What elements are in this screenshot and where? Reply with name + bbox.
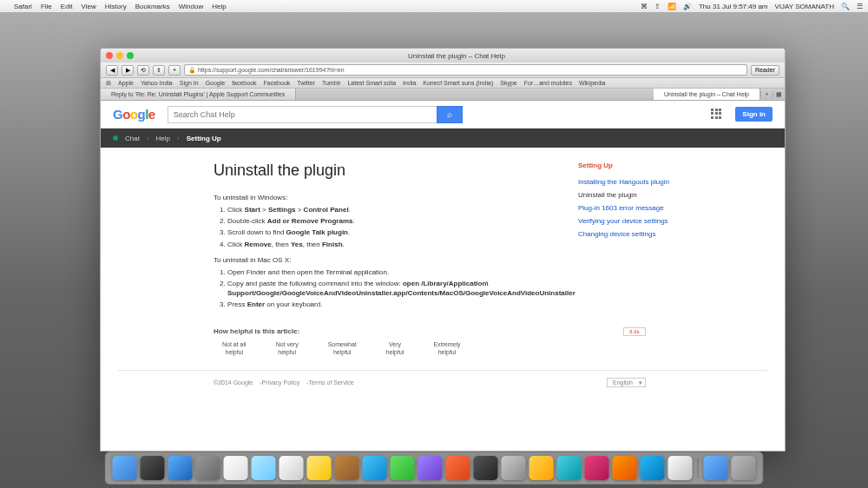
bookmark-item[interactable]: Konecf Smart suns (India) [423,80,493,86]
status-icon[interactable]: ⌘ [641,3,648,10]
refresh-button[interactable]: ⟲ [137,65,149,76]
sidebar-link[interactable]: Verifying your device settings [578,217,708,225]
dock-app[interactable] [502,456,526,480]
share-button[interactable]: ⇪ [153,65,165,76]
safari-window: Uninstall the plugin – Chat Help ◀ ▶ ⟲ ⇪… [100,48,786,452]
tab-chat-help[interactable]: Uninstall the plugin – Chat Help [654,89,760,100]
language-selector[interactable]: English [607,378,646,387]
menu-window[interactable]: Window [179,3,203,10]
volume-icon[interactable]: 🔊 [683,3,692,10]
dock-finder[interactable] [113,456,137,480]
bookmark-item[interactable]: Google [206,80,226,86]
dock-trash[interactable] [732,456,756,480]
bookmarks-icon[interactable]: ⊞ [106,80,111,87]
dock-mail[interactable] [196,456,220,480]
bookmark-item[interactable]: Latest Smart sclia [347,80,396,86]
reader-button[interactable]: Reader [751,65,779,76]
bookmark-item[interactable]: Wikipedia [579,80,605,86]
dock-app[interactable] [418,456,443,480]
dock-notes[interactable] [307,456,332,480]
signin-button[interactable]: Sign in [735,107,773,122]
menu-help[interactable]: Help [212,3,226,10]
wifi-icon[interactable]: 📶 [667,3,676,10]
tab-support-communities[interactable]: Reply to 'Re: Re: Uninstall Plugins' | A… [101,89,296,100]
search-input[interactable] [168,106,437,123]
dock-app[interactable] [446,456,470,480]
menu-history[interactable]: History [105,3,127,10]
feedback-option[interactable]: Not at allhelpful [222,340,247,356]
menu-view[interactable]: View [82,3,96,10]
minimize-button[interactable] [116,52,123,59]
windows-intro: To uninstall in Windows: [214,194,543,201]
gplus-badge[interactable]: 8.6k [623,327,646,336]
close-button[interactable] [106,52,113,59]
list-item: Scroll down to find Google Talk plugin. [227,228,543,237]
zoom-button[interactable] [127,52,134,59]
menu-edit[interactable]: Edit [61,3,73,10]
dock-app[interactable] [529,456,554,480]
dock-app[interactable] [474,456,498,480]
bookmark-item[interactable]: Yahoo India [141,80,173,86]
dock-app[interactable] [252,456,276,480]
bookmark-item[interactable]: facebook [232,80,256,86]
feedback-option[interactable]: Extremelyhelpful [433,340,460,356]
macos-dock [105,452,764,485]
feedback-option[interactable]: Somewhathelpful [328,340,357,356]
address-bar[interactable]: 🔒 https://support.google.com/chat/answer… [184,64,747,76]
dock-launchpad[interactable] [141,456,165,480]
bookmark-item[interactable]: Twitter [297,80,315,86]
dock-reminders[interactable] [335,456,359,480]
google-logo[interactable]: Google [113,107,155,122]
bookmark-item[interactable]: Apple [118,80,134,86]
dock-calendar[interactable] [279,456,304,480]
menu-bookmarks[interactable]: Bookmarks [135,3,170,10]
mac-intro: To uninstall in Mac OS X: [214,256,543,264]
bookmark-item[interactable]: Tumblr [322,80,341,86]
dock-safari[interactable] [168,456,193,480]
clock[interactable]: Thu 31 Jul 9:57:49 am [699,3,768,10]
sidebar-related: Setting Up Installing the Hangouts plugi… [578,162,708,312]
dock-preferences[interactable] [668,456,693,480]
sidebar-link[interactable]: Plug-in 1603 error message [578,204,708,212]
product-icon [113,135,118,141]
app-menu[interactable]: Safari [14,3,32,10]
google-apps-icon[interactable] [711,109,723,121]
dock-contacts[interactable] [224,456,248,480]
breadcrumb-setting[interactable]: Setting Up [187,135,221,142]
feedback-option[interactable]: Not veryhelpful [276,340,299,356]
privacy-link[interactable]: Privacy Policy [262,379,300,386]
dock-messages[interactable] [363,456,387,480]
article-title: Uninstall the plugin [214,162,543,180]
menu-extras-icon[interactable]: ☰ [857,3,863,10]
add-button[interactable]: + [168,65,181,76]
breadcrumb-help[interactable]: Help [156,135,170,142]
search-button[interactable]: ⌕ [437,106,463,123]
windows-steps: Click Start > Settings > Control Panel. … [214,205,543,249]
dock-downloads[interactable] [704,456,728,480]
status-icon[interactable]: ⇪ [654,3,661,10]
sidebar-link[interactable]: Installing the Hangouts plugin [578,178,708,186]
mac-steps: Open Finder and then open the Terminal a… [214,267,543,310]
dock-app[interactable] [557,456,582,480]
dock-itunes[interactable] [585,456,609,480]
dock-ibooks[interactable] [613,456,637,480]
feedback-option[interactable]: Veryhelpful [386,340,404,356]
sidebar-link[interactable]: Changing device settings [578,230,708,238]
user-menu[interactable]: VIJAY SOMANATH [775,3,834,10]
dock-appstore[interactable] [641,456,665,480]
bookmark-item[interactable]: Sign In [180,80,199,86]
bookmark-item[interactable]: Facebook [264,80,291,86]
new-tab-button[interactable]: + [760,91,773,97]
bookmark-item[interactable]: Skype [500,80,516,86]
forward-button[interactable]: ▶ [122,65,134,76]
window-titlebar[interactable]: Uninstall the plugin – Chat Help [101,49,785,63]
dock-facetime[interactable] [391,456,415,480]
terms-link[interactable]: Terms of Service [309,379,354,386]
bookmark-item[interactable]: For…and mobiles [524,80,572,86]
bookmark-item[interactable]: India [403,80,416,86]
spotlight-icon[interactable]: 🔍 [841,3,850,10]
breadcrumb-chat[interactable]: Chat [125,135,140,142]
back-button[interactable]: ◀ [106,65,118,76]
menu-file[interactable]: File [41,3,52,10]
tab-overview-button[interactable]: ▦ [773,91,785,98]
